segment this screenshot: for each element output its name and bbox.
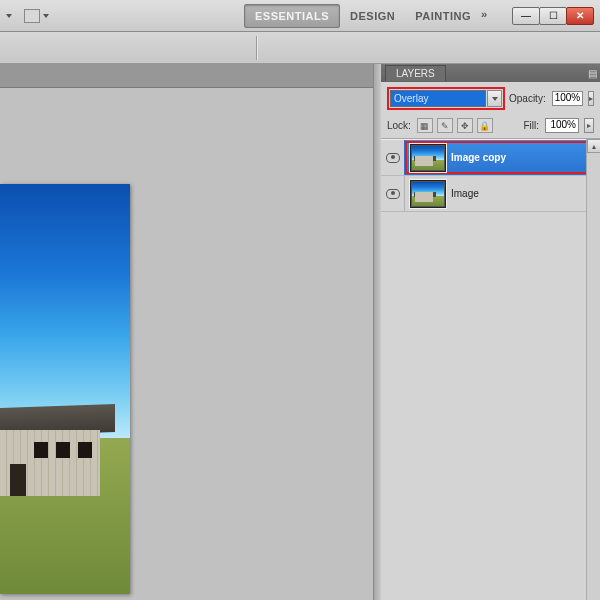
document-tab-bar[interactable] <box>0 64 380 88</box>
fill-input[interactable]: 100% <box>545 118 579 133</box>
options-bar <box>0 32 600 64</box>
workspace-tab-painting[interactable]: PAINTING <box>405 5 481 27</box>
workspace-switcher: ESSENTIALS DESIGN PAINTING » <box>244 4 497 28</box>
lock-label: Lock: <box>387 120 411 131</box>
annotation-highlight: Overlay <box>387 87 505 110</box>
document-canvas[interactable] <box>0 184 130 594</box>
lock-transparent-pixels-icon[interactable]: ▦ <box>417 118 433 133</box>
layer-row[interactable]: Image copy <box>381 140 600 176</box>
workspace-tab-essentials[interactable]: ESSENTIALS <box>244 4 340 28</box>
work-area <box>0 64 380 600</box>
layer-name[interactable]: Image copy <box>451 152 506 163</box>
layer-visibility-toggle[interactable] <box>381 140 405 175</box>
layer-visibility-toggle[interactable] <box>381 176 405 211</box>
chevron-down-icon[interactable] <box>6 14 12 18</box>
lock-all-icon[interactable]: 🔒 <box>477 118 493 133</box>
screen-mode-icon[interactable] <box>24 9 40 23</box>
layers-panel-body: Overlay Opacity: 100% ▸ Lock: ▦ ✎ ✥ 🔒 Fi… <box>381 82 600 600</box>
opacity-flyout-button[interactable]: ▸ <box>588 91 594 106</box>
blend-mode-dropdown-button[interactable] <box>487 90 502 107</box>
workspace-tab-design[interactable]: DESIGN <box>340 5 405 27</box>
window-controls: — ☐ ✕ <box>513 7 594 25</box>
opacity-input[interactable]: 100% <box>552 91 584 106</box>
canvas-background[interactable] <box>0 88 380 600</box>
panels-column: LAYERS ▤ Overlay Opacity: 100% ▸ Lock: ▦… <box>380 64 600 600</box>
more-workspaces-icon[interactable]: » <box>481 8 497 24</box>
lock-position-icon[interactable]: ✥ <box>457 118 473 133</box>
panel-flyout-menu-icon[interactable]: ▤ <box>588 68 596 79</box>
scroll-up-button[interactable]: ▴ <box>587 139 600 153</box>
eye-icon <box>386 189 400 199</box>
layer-thumbnail[interactable] <box>411 145 445 171</box>
minimize-button[interactable]: — <box>512 7 540 25</box>
layers-list-container: Image copy Image ▴ ▾ <box>381 139 600 600</box>
layers-panel-tab[interactable]: LAYERS <box>385 65 446 81</box>
eye-icon <box>386 153 400 163</box>
layers-scrollbar[interactable]: ▴ ▾ <box>586 139 600 600</box>
lock-image-pixels-icon[interactable]: ✎ <box>437 118 453 133</box>
blend-mode-row: Overlay Opacity: 100% ▸ <box>381 82 600 115</box>
fill-label: Fill: <box>523 120 539 131</box>
layer-name[interactable]: Image <box>451 188 479 199</box>
blend-mode-select[interactable]: Overlay <box>390 90 486 107</box>
opacity-label: Opacity: <box>509 93 546 104</box>
chevron-down-icon <box>492 97 498 101</box>
layers-panel-header: LAYERS ▤ <box>381 64 600 82</box>
lock-row: Lock: ▦ ✎ ✥ 🔒 Fill: 100% ▸ <box>381 115 600 139</box>
layers-list: Image copy Image <box>381 139 600 212</box>
close-button[interactable]: ✕ <box>566 7 594 25</box>
fill-flyout-button[interactable]: ▸ <box>584 118 594 133</box>
maximize-button[interactable]: ☐ <box>539 7 567 25</box>
app-menubar: ESSENTIALS DESIGN PAINTING » — ☐ ✕ <box>0 0 600 32</box>
layer-thumbnail[interactable] <box>411 181 445 207</box>
panel-resize-grip[interactable] <box>373 64 381 600</box>
layer-row[interactable]: Image <box>381 176 600 212</box>
chevron-down-icon[interactable] <box>43 14 49 18</box>
